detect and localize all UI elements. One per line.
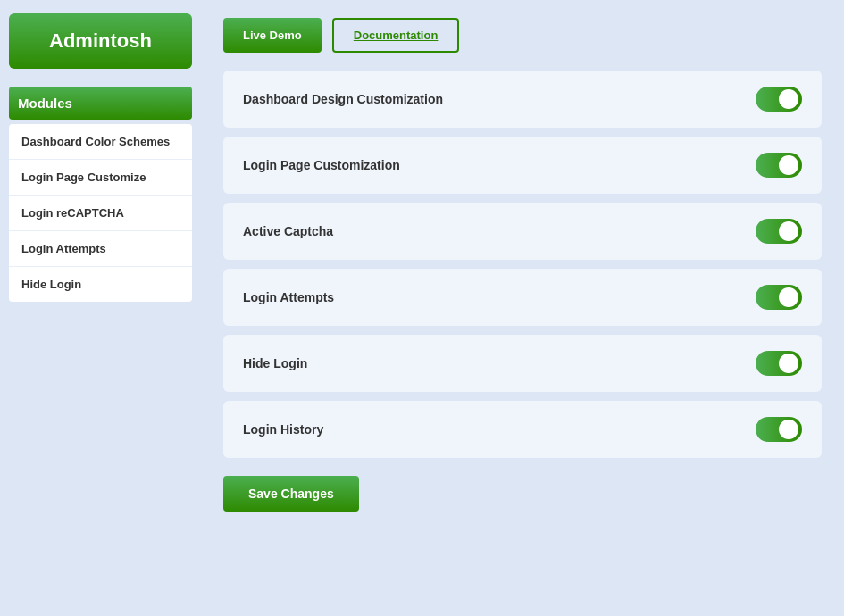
module-label-0: Dashboard Design Customization (243, 92, 443, 106)
sidebar-item-login-attempts[interactable]: Login Attempts (9, 231, 192, 267)
module-label-5: Login History (243, 422, 323, 437)
sidebar: Admintosh Modules Dashboard Color Scheme… (0, 0, 201, 616)
save-btn-row: Save Changes (223, 476, 822, 512)
module-row-3: Login Attempts (223, 269, 822, 326)
top-buttons: Live Demo Documentation (223, 18, 822, 53)
sidebar-item-login-page-customize[interactable]: Login Page Customize (9, 160, 192, 196)
sidebar-item-hide-login[interactable]: Hide Login (9, 267, 192, 302)
toggle-0[interactable] (756, 87, 802, 112)
logo: Admintosh (9, 13, 192, 69)
modules-button[interactable]: Modules (9, 87, 192, 120)
module-label-1: Login Page Customization (243, 158, 400, 172)
module-list: Dashboard Design CustomizationLogin Page… (223, 71, 822, 458)
module-row-2: Active Captcha (223, 203, 822, 260)
module-row-1: Login Page Customization (223, 137, 822, 194)
main-content: Live Demo Documentation Dashboard Design… (201, 0, 844, 616)
module-row-4: Hide Login (223, 335, 822, 392)
module-row-5: Login History (223, 401, 822, 458)
toggle-5[interactable] (756, 417, 802, 442)
module-label-2: Active Captcha (243, 224, 333, 238)
toggle-4[interactable] (756, 351, 802, 376)
module-label-4: Hide Login (243, 356, 307, 370)
documentation-button[interactable]: Documentation (332, 18, 460, 53)
sidebar-item-login-recaptcha[interactable]: Login reCAPTCHA (9, 196, 192, 231)
module-label-3: Login Attempts (243, 290, 334, 304)
toggle-1[interactable] (756, 153, 802, 178)
sidebar-item-dashboard-color-schemes[interactable]: Dashboard Color Schemes (9, 124, 192, 160)
logo-text: Admintosh (49, 29, 152, 52)
toggle-2[interactable] (756, 219, 802, 244)
module-row-0: Dashboard Design Customization (223, 71, 822, 128)
save-changes-button[interactable]: Save Changes (223, 476, 359, 512)
toggle-3[interactable] (756, 285, 802, 310)
live-demo-button[interactable]: Live Demo (223, 18, 322, 53)
sidebar-nav: Dashboard Color SchemesLogin Page Custom… (9, 124, 192, 302)
